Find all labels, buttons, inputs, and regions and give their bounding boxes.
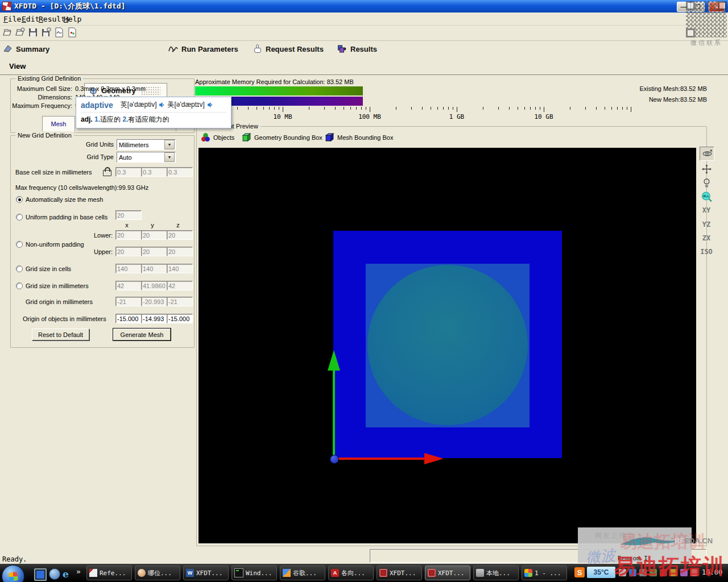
view-zx-button[interactable]: ZX [700, 231, 713, 244]
menu-help[interactable]: Help [64, 15, 81, 23]
taskbar-task[interactable]: 谷歌... [280, 566, 325, 580]
zoom-window-button[interactable] [700, 176, 713, 189]
auto-size-radio[interactable] [16, 196, 23, 203]
object-origin-y-field[interactable] [141, 314, 167, 323]
object-origin-x-field[interactable] [115, 314, 142, 323]
browser-globe-icon[interactable] [49, 568, 60, 580]
ruler-minor-tick [437, 107, 438, 110]
menu-edit[interactable]: Edit [22, 15, 39, 23]
ruler-minor-tick [448, 107, 449, 110]
taskbar-task[interactable]: XFDT... [425, 566, 470, 580]
mesh-bounding-box-toggle[interactable]: Mesh Bounding Box [325, 132, 393, 142]
taskbar-task[interactable]: 哪位... [135, 566, 180, 580]
taskbar-task[interactable]: 1 - ... [522, 566, 567, 580]
zoom-all-button[interactable]: ALL [700, 190, 713, 203]
menu-edit-rest: dit [26, 15, 39, 23]
ruler-scale-label: 10 GB [534, 113, 553, 120]
pan-view-button[interactable] [700, 163, 713, 176]
weather-tray-widget[interactable]: 35°C [587, 567, 615, 578]
grid-size-mm-label: Grid size in millimeters [26, 282, 89, 289]
terminal-task-icon [234, 568, 243, 577]
menu-file[interactable]: File [3, 15, 21, 23]
max-cell-size-value: 0.3mm x 0.3mm x 0.3mm [75, 85, 146, 92]
ruler-minor-tick [535, 107, 536, 110]
sense-1-number: 1. [94, 115, 100, 123]
view-iso-button[interactable]: ISO [700, 245, 713, 258]
memory-bar-existing [195, 86, 363, 95]
open-project-button[interactable] [15, 27, 26, 38]
ruler-minor-tick [411, 107, 412, 110]
ruler-minor-tick [431, 107, 431, 110]
grid-units-combo[interactable]: Millimeters ▼ [117, 139, 176, 150]
ruler-minor-tick [335, 107, 336, 110]
ruler-minor-tick [530, 107, 531, 110]
rotate-icon [702, 149, 712, 159]
zoom-window-icon [702, 178, 712, 188]
grid-type-value: Auto [117, 154, 164, 161]
tab-summary[interactable]: Summary [3, 44, 49, 54]
lower-x-field [115, 230, 142, 240]
objects-toggle-button[interactable]: Objects [201, 132, 234, 142]
taskbar-task[interactable]: XFDT... [377, 566, 422, 580]
task-label: Wind... [246, 569, 272, 577]
grid-type-combo[interactable]: Auto ▼ [117, 152, 176, 163]
taskbar-task[interactable]: Refe... [86, 566, 132, 580]
ruler-major-tick [457, 107, 457, 112]
grid-size-cells-radio[interactable] [16, 265, 23, 272]
ruler-minor-tick [269, 107, 270, 110]
report-document-icon [67, 27, 77, 38]
status-bar-text: Ready. [2, 555, 27, 563]
task-label: 各向... [341, 569, 365, 577]
tab-results[interactable]: Results [337, 44, 377, 54]
taskbar-task[interactable]: 本地... [473, 566, 519, 580]
uniform-padding-label: Uniform padding in base cells [26, 214, 107, 221]
qr-finder-pattern [718, 1, 727, 10]
speaker-icon[interactable] [207, 102, 213, 108]
grid-size-mm-radio[interactable] [16, 282, 23, 289]
save-button[interactable] [27, 27, 39, 38]
quick-launch-overflow[interactable]: » [76, 567, 81, 576]
mesh-preview-viewport[interactable] [198, 148, 696, 543]
nonuniform-padding-radio[interactable] [16, 241, 23, 248]
sense-2-number: 2. [122, 115, 128, 123]
ruler-minor-tick [248, 107, 249, 110]
internet-explorer-icon[interactable]: e [63, 568, 73, 579]
uniform-padding-radio[interactable] [16, 214, 23, 221]
ruler-scale-label: 10 MB [273, 113, 292, 120]
taskbar-task[interactable]: Wind... [231, 566, 277, 580]
speaker-icon[interactable] [159, 102, 165, 108]
tab-view[interactable]: View [9, 62, 26, 70]
generate-mesh-button[interactable]: Generate Mesh [113, 329, 171, 340]
menu-file-key: F [3, 15, 8, 23]
ruler-minor-tick [518, 107, 518, 110]
ruler-minor-tick [361, 107, 362, 110]
ruler-minor-tick [585, 107, 586, 110]
app-logo-icon [2, 2, 11, 11]
x-column-header: x [115, 222, 138, 228]
sogou-tray-icon[interactable]: S [574, 567, 585, 577]
reset-to-default-button[interactable]: Reset to Default [32, 329, 89, 340]
chevron-down-icon[interactable]: ▼ [164, 140, 175, 149]
view-xy-button[interactable]: XY [700, 203, 713, 217]
view-yz-button[interactable]: YZ [700, 218, 713, 231]
ruler-minor-tick [524, 107, 525, 110]
plot-document-button[interactable] [53, 27, 65, 38]
chevron-down-icon[interactable]: ▼ [164, 152, 175, 162]
rotate-view-button[interactable] [700, 147, 714, 161]
taskbar-task[interactable]: WXFDT... [183, 566, 229, 580]
origin-x-field [115, 297, 142, 306]
tab-request-results[interactable]: Request Results [253, 44, 324, 54]
report-document-button[interactable] [67, 27, 78, 38]
tab-run-parameters[interactable]: Run Parameters [168, 44, 238, 54]
open-file-button[interactable] [2, 27, 14, 38]
taskbar-task[interactable]: A各向... [328, 566, 374, 580]
show-desktop-icon[interactable] [34, 568, 47, 581]
object-origin-z-field[interactable] [167, 314, 193, 323]
geometry-bounding-box-toggle[interactable]: Geometry Bounding Box [242, 132, 322, 142]
task-label: XFDT... [196, 569, 222, 577]
toolbar [0, 25, 728, 41]
grid-size-cells-label: Grid size in cells [26, 265, 71, 272]
ruler-minor-tick [498, 107, 499, 110]
save-as-button[interactable] [40, 27, 52, 38]
summary-icon [3, 44, 13, 54]
